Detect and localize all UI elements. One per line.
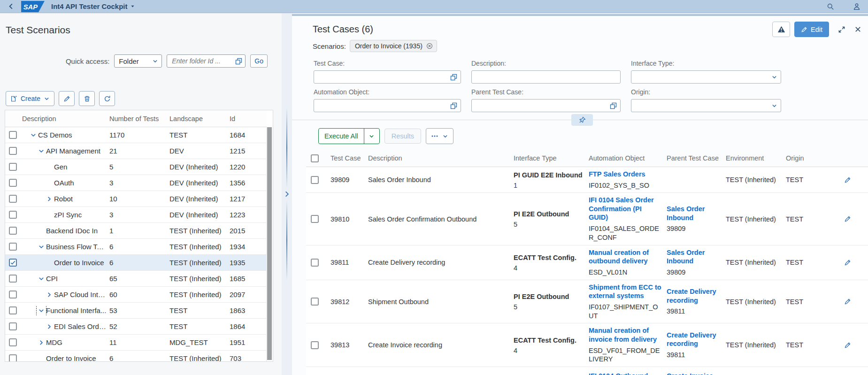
row-checkbox[interactable] [311, 298, 319, 306]
token-decline-icon[interactable] [426, 43, 433, 49]
overflow-menu-button[interactable] [426, 128, 453, 144]
tree-row[interactable]: Order to Invoice6TEST (Inherited)1935 [5, 255, 267, 271]
test-case-row[interactable]: 39814Invoice OutboundPI E2E Outbound5IFI… [306, 367, 868, 375]
test-case-row[interactable]: 39812Shipment OutboundPI E2E Outbound5Sh… [306, 280, 868, 324]
scenario-token[interactable]: Order to Invoice (1935) [350, 40, 437, 52]
edit-scenario-button[interactable] [59, 91, 75, 106]
chevron-down-icon[interactable] [37, 306, 46, 315]
filter-input[interactable] [317, 73, 450, 82]
panel-splitter[interactable] [282, 13, 292, 375]
chevron-right-icon[interactable] [45, 194, 54, 204]
row-checkbox[interactable] [9, 227, 17, 235]
expand-panel-chevron-icon[interactable] [284, 191, 291, 198]
parent-test-case-link[interactable]: Create Delivery recording [667, 331, 721, 348]
chevron-right-icon[interactable] [37, 338, 46, 347]
chevron-down-icon[interactable] [37, 274, 46, 283]
chevron-right-icon[interactable] [45, 322, 54, 331]
select-all-checkbox[interactable] [311, 154, 319, 162]
row-checkbox[interactable] [9, 259, 17, 267]
tree-row[interactable]: EDI Sales Orders52TEST1864 [5, 319, 267, 335]
row-checkbox[interactable] [9, 322, 17, 330]
pin-filter-bar-button[interactable] [571, 114, 593, 126]
edit-row-button[interactable] [837, 256, 863, 269]
folder-id-input[interactable] [171, 57, 235, 65]
go-button[interactable]: Go [250, 54, 268, 68]
row-checkbox[interactable] [9, 147, 17, 155]
back-icon[interactable] [8, 3, 15, 10]
tree-row[interactable]: CPI65TEST (Inherited)1685 [5, 271, 267, 287]
parent-test-case-link[interactable]: Create Delivery recording [667, 287, 721, 305]
create-button[interactable]: Create [6, 91, 54, 106]
edit-row-button[interactable] [837, 295, 863, 308]
test-case-row[interactable]: 39813Create Invoice recordingECATT Test … [306, 323, 868, 367]
quick-access-type-select[interactable]: Folder [114, 54, 162, 68]
tree-row[interactable]: Business Flow Tes...6TEST (Inherited)193… [5, 239, 267, 255]
parent-test-case-link[interactable]: Sales Order Inbound [667, 248, 721, 266]
automation-object-link[interactable]: FTP Sales Orders [589, 170, 662, 179]
results-button[interactable]: Results [384, 129, 421, 144]
execute-all-menu-arrow[interactable] [364, 129, 379, 144]
row-checkbox[interactable] [9, 179, 17, 187]
test-case-row[interactable]: 39809Sales Order InboundPI GUID E2E Inbo… [306, 167, 868, 193]
row-checkbox[interactable] [9, 275, 17, 283]
tree-row[interactable]: zPI Sync3DEV (Inherited)1223 [5, 207, 267, 223]
scrollbar-thumb[interactable] [267, 127, 272, 360]
row-checkbox[interactable] [311, 341, 319, 349]
execute-all-action[interactable]: Execute All [319, 129, 364, 144]
row-checkbox[interactable] [9, 338, 17, 346]
tree-row[interactable]: OAuth3DEV (Inherited)1356 [5, 175, 267, 191]
user-profile-icon[interactable] [853, 3, 860, 10]
tree-row[interactable]: SAP Cloud Inte...60TEST (Inherited)2097 [5, 287, 267, 303]
tree-row[interactable]: Functional Interfa...53TEST1863 [5, 303, 267, 319]
value-help-icon[interactable] [235, 58, 242, 65]
row-checkbox[interactable] [9, 195, 17, 203]
row-checkbox[interactable] [9, 354, 17, 362]
automation-object-link[interactable]: IFI 0104 Sales Order Confirmation (PI GU… [589, 196, 662, 222]
tree-row[interactable]: Backend IDoc In1TEST (Inherited)2015 [5, 223, 267, 239]
row-checkbox[interactable] [311, 215, 319, 223]
row-checkbox[interactable] [311, 259, 319, 267]
edit-button[interactable]: Edit [794, 22, 829, 37]
automation-object-link[interactable]: Shipment from ECC to external systems [589, 283, 662, 300]
delete-scenario-button[interactable] [79, 91, 95, 106]
chevron-down-icon[interactable] [37, 146, 46, 156]
fullscreen-expand-icon[interactable] [838, 26, 845, 33]
automation-object-link[interactable]: Manual creation of invoice from delivery [589, 326, 662, 344]
row-checkbox[interactable] [9, 131, 17, 139]
app-title[interactable]: Int4 API Tester Cockpit [51, 2, 135, 10]
tree-row[interactable]: MDG11MDG_TEST1951 [5, 335, 267, 351]
row-checkbox[interactable] [9, 211, 17, 219]
close-icon[interactable] [854, 26, 861, 33]
warning-button[interactable] [772, 22, 790, 37]
automation-object-link[interactable]: Manual creation of outbound delivery [589, 248, 662, 266]
filter-input[interactable] [635, 73, 771, 82]
chevron-down-icon[interactable] [37, 242, 46, 252]
row-checkbox[interactable] [9, 243, 17, 251]
row-checkbox[interactable] [9, 306, 17, 314]
edit-row-button[interactable] [837, 213, 863, 225]
filter-input[interactable] [635, 101, 771, 110]
row-checkbox[interactable] [9, 291, 17, 298]
chevron-right-icon[interactable] [45, 290, 54, 299]
automation-object-link[interactable]: IFI 0104 Outbound Invoice (PI GUID) [589, 372, 662, 375]
row-checkbox[interactable] [9, 163, 17, 171]
tree-row[interactable]: Order to Invoice6TEST (Inherited)703 [5, 351, 267, 362]
edit-row-button[interactable] [837, 339, 863, 352]
edit-row-button[interactable] [837, 174, 863, 186]
row-checkbox[interactable] [311, 176, 319, 184]
search-icon[interactable] [827, 3, 834, 10]
tree-row[interactable]: Robot10DEV (Inherited)1217 [5, 191, 267, 207]
parent-test-case-link[interactable]: Create Invoice recording [667, 372, 721, 375]
tree-row[interactable]: Gen5DEV (Inherited)1220 [5, 159, 267, 175]
test-case-row[interactable]: 39811Create Delivery recordingECATT Test… [306, 245, 868, 280]
tree-row[interactable]: CS Demos1170TEST1684 [5, 127, 267, 143]
test-case-row[interactable]: 39810Sales Order Confirmation OutboundPI… [306, 193, 868, 245]
scenario-table-scrollbar[interactable] [266, 127, 273, 361]
refresh-button[interactable] [99, 91, 115, 106]
chevron-down-icon[interactable] [29, 130, 38, 140]
tree-row[interactable]: API Management21DEV1215 [5, 143, 267, 159]
filter-input[interactable] [317, 101, 450, 110]
filter-input[interactable] [475, 73, 617, 82]
filter-input[interactable] [475, 101, 610, 110]
parent-test-case-link[interactable]: Sales Order Inbound [667, 205, 721, 222]
